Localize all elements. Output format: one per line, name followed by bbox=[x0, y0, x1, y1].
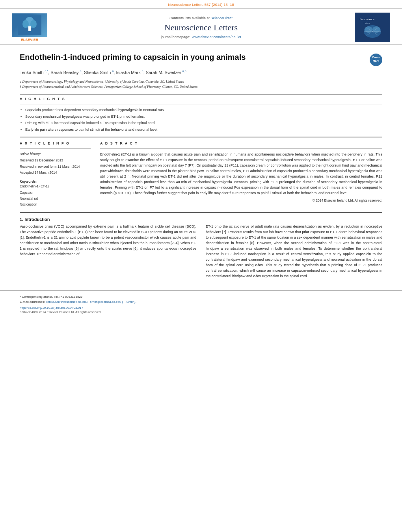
section1-col-right: ET-1 onto the sciatic nerve of adult mal… bbox=[206, 224, 382, 279]
accepted-date: Accepted 14 March 2014 bbox=[20, 170, 91, 176]
svg-point-9 bbox=[365, 26, 372, 33]
revised-date: Received in revised form 11 March 2014 bbox=[20, 164, 91, 170]
highlight-item: Secondary mechanical hyperalgesia was pr… bbox=[20, 114, 382, 119]
sciencedirect-line: Contents lists available at ScienceDirec… bbox=[55, 16, 347, 20]
article-title-area: Cross Mark Endothelin-1-induced priming … bbox=[20, 52, 382, 66]
highlights-divider bbox=[20, 104, 382, 104]
journal-name: Neuroscience Letters bbox=[55, 22, 347, 33]
main-content: Cross Mark Endothelin-1-induced priming … bbox=[0, 45, 402, 286]
highlights-heading: H I G H L I G H T S bbox=[20, 97, 382, 101]
journal-header: ELSEVIER Contents lists available at Sci… bbox=[0, 9, 402, 45]
abstract-text: Endothelin-1 (ET-1) is a known algogen t… bbox=[100, 152, 382, 196]
elsevier-logo-image bbox=[12, 13, 47, 37]
svg-text:Letters: Letters bbox=[364, 22, 370, 24]
highlight-item: Priming with ET-1 increased capsaicin-in… bbox=[20, 120, 382, 126]
crossmark-badge: Cross Mark bbox=[370, 54, 382, 66]
highlights-list: Capsaicin produced sex-dependent seconda… bbox=[20, 108, 382, 132]
corresponding-author: * Corresponding author. Tel.: +1 8032163… bbox=[20, 295, 382, 300]
keyword-4: Nociception bbox=[20, 202, 91, 208]
elsevier-label: ELSEVIER bbox=[21, 38, 39, 42]
received-date: Received 19 December 2013 bbox=[20, 158, 91, 163]
highlight-item: Capsaicin produced sex-dependent seconda… bbox=[20, 108, 382, 113]
neuroscience-logo-image: Neuroscience Letters bbox=[355, 13, 390, 42]
svg-point-10 bbox=[372, 26, 380, 33]
section1-number: 1. bbox=[20, 217, 23, 222]
authors-line: Terika Smith a,*, Sarah Beasley a, Sheri… bbox=[20, 69, 382, 76]
article-info-abstract: A R T I C L E I N F O Article history: R… bbox=[20, 141, 382, 208]
keyword-2: Capsaicin bbox=[20, 190, 91, 196]
section1-title: 1. Introduction bbox=[20, 217, 382, 222]
authors-full: Terika Smith a,*, Sarah Beasley a, Sheri… bbox=[20, 70, 186, 75]
citation-text: Neuroscience Letters 567 (2014) 15–18 bbox=[168, 2, 234, 7]
article-info-divider bbox=[20, 148, 91, 149]
section1-heading: Introduction bbox=[24, 217, 50, 222]
body-content: 1. Introduction Vaso-occlusive crisis (V… bbox=[20, 217, 382, 279]
copyright-text: © 2014 Elsevier Ireland Ltd. All rights … bbox=[100, 198, 382, 202]
affil-a: a Department of Pharmacology, Physiology… bbox=[20, 79, 382, 85]
corresponding-label: * Corresponding author. Tel.: +1 8032163… bbox=[20, 295, 84, 298]
section-divider bbox=[20, 137, 382, 137]
highlight-item: Early-life pain alters responses to pain… bbox=[20, 127, 382, 132]
article-info-col: A R T I C L E I N F O Article history: R… bbox=[20, 141, 91, 208]
article-info-heading: A R T I C L E I N F O bbox=[20, 141, 91, 145]
svg-text:Cross: Cross bbox=[372, 56, 380, 59]
section1-col-left: Vaso-occlusive crisis (VOC) accompanied … bbox=[20, 224, 196, 279]
email2-link[interactable]: smithtp@email.sc.edu (T. Smith). bbox=[90, 300, 136, 304]
homepage-url[interactable]: www.elsevier.com/locate/neulet bbox=[192, 35, 241, 39]
email1-link[interactable]: Terika.Smith@uscmed.sc.edu, bbox=[46, 300, 88, 304]
section1-text-left: Vaso-occlusive crisis (VOC) accompanied … bbox=[20, 224, 196, 257]
highlights-section: H I G H L I G H T S Capsaicin produced s… bbox=[20, 97, 382, 132]
svg-point-3 bbox=[22, 20, 29, 28]
history-label: Article history: bbox=[20, 152, 91, 156]
neuroscience-logo: Neuroscience Letters bbox=[355, 13, 390, 42]
affiliations: a Department of Pharmacology, Physiology… bbox=[20, 79, 382, 90]
section1-text-right: ET-1 onto the sciatic nerve of adult mal… bbox=[206, 224, 382, 279]
doi-line: http://dx.doi.org/10.1016/j.neulet.2014.… bbox=[20, 306, 382, 310]
svg-text:Mark: Mark bbox=[373, 59, 379, 62]
article-dates: Received 19 December 2013 Received in re… bbox=[20, 158, 91, 176]
journal-homepage: journal homepage: www.elsevier.com/locat… bbox=[55, 35, 347, 39]
affil-b: b Department of Pharmaceutical and Admin… bbox=[20, 84, 382, 90]
elsevier-logo: ELSEVIER bbox=[12, 13, 47, 42]
keyword-3: Neonatal rat bbox=[20, 196, 91, 202]
journal-title-area: Contents lists available at ScienceDirec… bbox=[47, 16, 355, 39]
abstract-col: A B S T R A C T Endothelin-1 (ET-1) is a… bbox=[100, 141, 382, 208]
article-title: Endothelin-1-induced priming to capsaici… bbox=[20, 52, 382, 62]
page: Neuroscience Letters 567 (2014) 15–18 EL… bbox=[0, 0, 402, 532]
abstract-divider bbox=[100, 148, 382, 149]
abstract-heading: A B S T R A C T bbox=[100, 141, 382, 145]
doi-link[interactable]: http://dx.doi.org/10.1016/j.neulet.2014.… bbox=[20, 306, 83, 310]
top-citation-bar: Neuroscience Letters 567 (2014) 15–18 bbox=[0, 0, 402, 9]
contents-text: Contents lists available at bbox=[169, 16, 210, 20]
email-label: E-mail addresses: bbox=[20, 300, 45, 304]
section1-columns: Vaso-occlusive crisis (VOC) accompanied … bbox=[20, 224, 382, 279]
footer: * Corresponding author. Tel.: +1 8032163… bbox=[0, 290, 402, 317]
keywords-label: Keywords: bbox=[20, 180, 91, 184]
keyword-1: Endothelin-1 (ET-1) bbox=[20, 184, 91, 189]
homepage-text: journal homepage: bbox=[161, 35, 190, 39]
svg-text:Neuroscience: Neuroscience bbox=[360, 18, 374, 20]
issn-line: 0304-3940/© 2014 Elsevier Ireland Ltd. A… bbox=[20, 310, 382, 314]
main-divider bbox=[20, 94, 382, 95]
keywords-section: Keywords: Endothelin-1 (ET-1) Capsaicin … bbox=[20, 180, 91, 208]
svg-point-4 bbox=[30, 20, 37, 28]
sciencedirect-link[interactable]: ScienceDirect bbox=[211, 16, 233, 20]
body-divider bbox=[20, 212, 382, 213]
svg-rect-2 bbox=[28, 26, 31, 31]
email-line: E-mail addresses: Terika.Smith@uscmed.sc… bbox=[20, 300, 382, 305]
